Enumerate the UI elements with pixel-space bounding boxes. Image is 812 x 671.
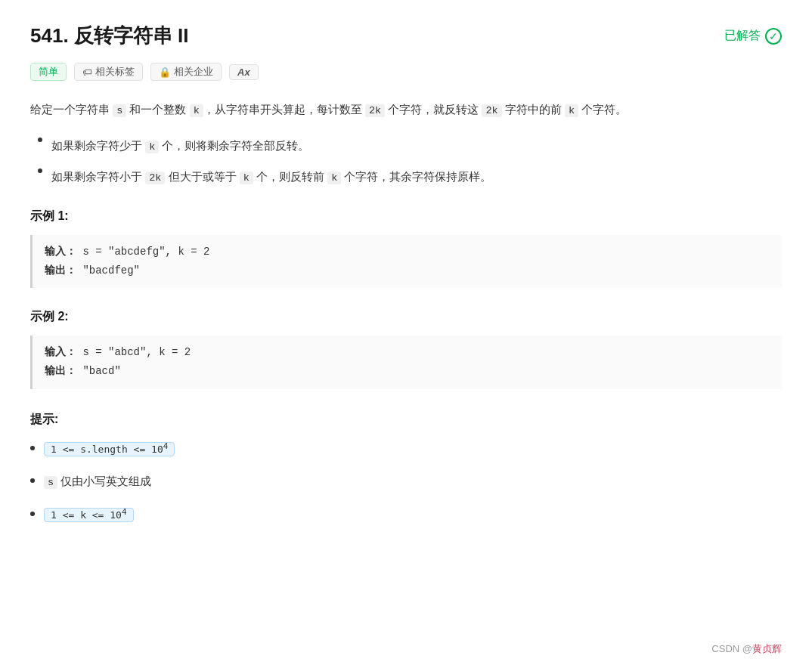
code-k: k	[190, 104, 203, 117]
hint-dot-3	[30, 512, 35, 516]
problem-description: 给定一个字符串 s 和一个整数 k，从字符串开头算起，每计数至 2k 个字符，就…	[30, 99, 782, 120]
example1-input-label: 输入：	[45, 246, 76, 258]
bullet-text-2: 如果剩余字符小于 2k 但大于或等于 k 个，则反转前 k 个字符，其余字符保持…	[51, 166, 491, 187]
example1-input-val: s = "abcdefg", k = 2	[82, 246, 209, 258]
example2-output-line: 输出： "bacd"	[45, 362, 770, 381]
bullet-dot-2	[38, 169, 42, 173]
sup-3: 4	[122, 507, 127, 517]
hint-text-2: s 仅由小写英文组成	[44, 471, 151, 492]
example2-block: 输入： s = "abcd", k = 2 输出： "bacd"	[30, 336, 782, 388]
hint-item-1: 1 <= s.length <= 104	[30, 438, 782, 459]
bullet-dot-1	[38, 138, 42, 142]
solved-icon: ✓	[765, 28, 782, 45]
code-2k1: 2k	[365, 104, 385, 117]
hint-text-3: 1 <= k <= 104	[44, 504, 134, 524]
code-k4: k	[240, 172, 253, 184]
example1-title: 示例 1:	[30, 209, 782, 224]
hint-item-3: 1 <= k <= 104	[30, 504, 782, 524]
lock-icon: 🔒	[159, 66, 171, 78]
bullet-list: 如果剩余字符少于 k 个，则将剩余字符全部反转。 如果剩余字符小于 2k 但大于…	[38, 135, 782, 187]
bullet-item-1: 如果剩余字符少于 k 个，则将剩余字符全部反转。	[38, 135, 782, 156]
problem-title: 541. 反转字符串 II	[30, 23, 189, 49]
sup-1: 4	[163, 441, 169, 450]
tags-row: 简单 🏷 相关标签 🔒 相关企业 Ax	[30, 63, 782, 81]
example1-output-line: 输出： "bacdfeg"	[45, 261, 770, 280]
hint-dot-1	[30, 446, 35, 450]
example2-output-val: "bacd"	[82, 365, 120, 377]
code-s2: s	[44, 476, 57, 489]
header-row: 541. 反转字符串 II 已解答 ✓	[30, 23, 782, 49]
example1-block: 输入： s = "abcdefg", k = 2 输出： "bacdfeg"	[30, 235, 782, 288]
hint-badge-3: 1 <= k <= 104	[44, 508, 134, 522]
code-2k2: 2k	[482, 104, 501, 117]
example1-input-line: 输入： s = "abcdefg", k = 2	[45, 243, 770, 261]
code-s: s	[113, 104, 126, 117]
hint-dot-2	[30, 478, 35, 483]
hint-text-1: 1 <= s.length <= 104	[44, 438, 175, 459]
code-2k3: 2k	[145, 172, 165, 184]
code-k5: k	[327, 172, 341, 184]
example2-title: 示例 2:	[30, 309, 782, 325]
tag-easy[interactable]: 简单	[30, 63, 67, 81]
example1-output-val: "bacdfeg"	[82, 264, 140, 277]
hints-title: 提示:	[30, 412, 782, 428]
solved-label: 已解答	[724, 28, 761, 44]
example1-output-label: 输出：	[45, 264, 76, 277]
bullet-text-1: 如果剩余字符少于 k 个，则将剩余字符全部反转。	[51, 135, 309, 156]
tag-icon: 🏷	[82, 66, 92, 78]
hints-section: 提示: 1 <= s.length <= 104 s 仅由小写英文组成 1 <=…	[30, 412, 782, 524]
tag-related-tags[interactable]: 🏷 相关标签	[74, 63, 143, 81]
example2-input-line: 输入： s = "abcd", k = 2	[45, 343, 770, 362]
example2-output-label: 输出：	[45, 365, 76, 377]
tag-ax[interactable]: Ax	[229, 64, 259, 80]
footer-author: 黄贞辉	[752, 643, 782, 654]
example2-input-val: s = "abcd", k = 2	[82, 346, 191, 358]
footer: CSDN @黄贞辉	[711, 642, 782, 656]
tag-related-companies[interactable]: 🔒 相关企业	[150, 63, 222, 81]
hint-badge-1: 1 <= s.length <= 104	[44, 442, 175, 456]
example2-input-label: 输入：	[45, 346, 76, 358]
bullet-item-2: 如果剩余字符小于 2k 但大于或等于 k 个，则反转前 k 个字符，其余字符保持…	[38, 166, 782, 187]
hint-item-2: s 仅由小写英文组成	[30, 471, 782, 492]
code-k2: k	[565, 104, 578, 117]
solved-badge: 已解答 ✓	[724, 28, 782, 45]
code-k3: k	[145, 141, 159, 153]
